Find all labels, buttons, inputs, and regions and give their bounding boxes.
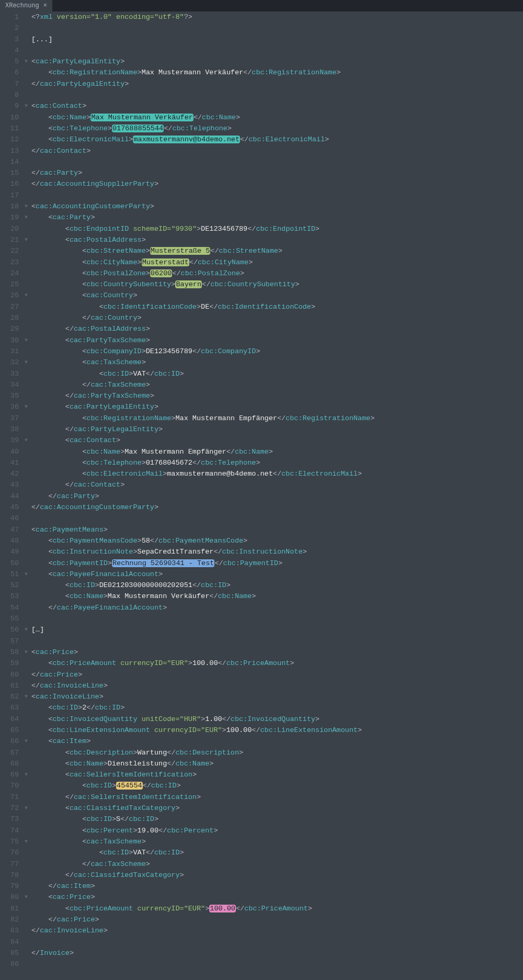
fold-marker[interactable] [23,814,29,825]
fold-marker[interactable] [23,825,29,836]
fold-marker[interactable]: ▼ [23,736,29,747]
line-number: 58 [0,647,19,658]
fold-marker[interactable]: ▼ [23,401,29,412]
fold-marker[interactable] [23,602,29,613]
fold-marker[interactable] [23,279,29,290]
fold-marker[interactable] [23,937,29,948]
fold-marker[interactable]: ▼ [23,769,29,780]
fold-marker[interactable] [23,34,29,45]
fold-marker[interactable] [23,156,29,167]
fold-marker[interactable] [23,948,29,959]
fold-marker[interactable] [23,134,29,145]
fold-marker[interactable] [23,379,29,390]
fold-marker[interactable] [23,881,29,892]
fold-marker[interactable] [23,22,29,33]
fold-marker[interactable]: ▼ [23,803,29,814]
line-number: 64 [0,714,19,725]
fold-marker[interactable] [23,457,29,468]
fold-marker[interactable] [23,312,29,323]
fold-marker[interactable] [23,680,29,691]
fold-marker[interactable] [23,346,29,357]
fold-marker[interactable] [23,424,29,435]
fold-marker[interactable] [23,780,29,791]
fold-marker[interactable] [23,12,29,22]
fold-marker[interactable] [23,792,29,803]
fold-marker[interactable] [23,847,29,858]
fold-marker[interactable]: ▼ [23,435,29,446]
line-number: 34 [0,379,19,390]
fold-marker[interactable] [23,903,29,914]
fold-marker[interactable] [23,859,29,870]
fold-marker[interactable] [23,178,29,189]
fold-marker[interactable] [23,925,29,936]
fold-marker[interactable] [23,301,29,312]
fold-marker[interactable]: ▼ [23,201,29,212]
fold-marker[interactable] [23,669,29,680]
fold-marker[interactable] [23,502,29,513]
fold-marker[interactable] [23,245,29,256]
fold-marker[interactable] [23,491,29,502]
fold-marker[interactable] [23,45,29,56]
fold-marker[interactable] [23,636,29,647]
fold-marker[interactable] [23,67,29,78]
line-number: 57 [0,636,19,647]
fold-marker[interactable] [23,123,29,134]
code-editor[interactable]: 1234567891011121314151617181920212223242… [0,12,523,970]
line-number: 61 [0,680,19,691]
fold-marker[interactable] [23,747,29,758]
fold-marker[interactable] [23,390,29,401]
code-area[interactable]: <?xml version="1.0" encoding="utf-8"?>[.… [29,12,374,970]
fold-marker[interactable] [23,758,29,769]
line-number: 86 [0,959,19,970]
fold-marker[interactable] [23,413,29,424]
fold-marker[interactable] [23,959,29,970]
fold-marker[interactable] [23,479,29,490]
fold-marker[interactable] [23,714,29,725]
fold-marker[interactable] [23,524,29,535]
fold-marker[interactable] [23,702,29,713]
fold-marker[interactable] [23,368,29,379]
fold-marker[interactable] [23,658,29,669]
fold-marker[interactable]: ▼ [23,836,29,847]
fold-marker[interactable]: ▼ [23,100,29,111]
fold-marker[interactable] [23,513,29,524]
fold-marker[interactable]: ▼ [23,212,29,223]
fold-marker[interactable] [23,914,29,925]
fold-marker[interactable] [23,870,29,881]
fold-marker[interactable] [23,223,29,234]
fold-marker[interactable] [23,257,29,268]
fold-marker[interactable] [23,558,29,569]
fold-marker[interactable] [23,268,29,279]
fold-marker[interactable] [23,535,29,546]
fold-marker[interactable] [23,546,29,557]
fold-marker[interactable] [23,613,29,624]
fold-marker[interactable] [23,78,29,89]
fold-marker[interactable] [23,167,29,178]
fold-marker[interactable] [23,112,29,123]
fold-marker[interactable]: ▼ [23,647,29,658]
fold-marker[interactable]: ▼ [23,56,29,67]
fold-marker[interactable]: ▼ [23,569,29,580]
fold-marker[interactable] [23,190,29,201]
fold-marker[interactable] [23,468,29,479]
code-line: <cbc:ID>454554</cbc:ID> [31,780,374,791]
fold-marker[interactable]: ▼ [23,335,29,346]
fold-marker[interactable] [23,446,29,457]
code-line: <cbc:StreetName>Musterstraße 5</cbc:Stre… [31,245,374,256]
fold-marker[interactable] [23,725,29,736]
code-line: </cac:Price> [31,914,374,925]
code-line: <cac:ClassifiedTaxCategory> [31,803,374,814]
fold-marker[interactable]: ▼ [23,234,29,245]
fold-marker[interactable] [23,145,29,156]
fold-marker[interactable] [23,89,29,100]
fold-marker[interactable]: ▼ [23,691,29,702]
fold-marker[interactable]: ▼ [23,290,29,301]
fold-marker[interactable]: ▼ [23,892,29,903]
tab-xrechnung[interactable]: XRechnung × [0,0,52,12]
close-icon[interactable]: × [43,3,47,9]
fold-marker[interactable]: ▼ [23,357,29,368]
fold-marker[interactable] [23,591,29,602]
fold-marker[interactable] [23,323,29,334]
fold-marker[interactable] [23,580,29,591]
fold-marker[interactable]: ▼ [23,624,29,635]
